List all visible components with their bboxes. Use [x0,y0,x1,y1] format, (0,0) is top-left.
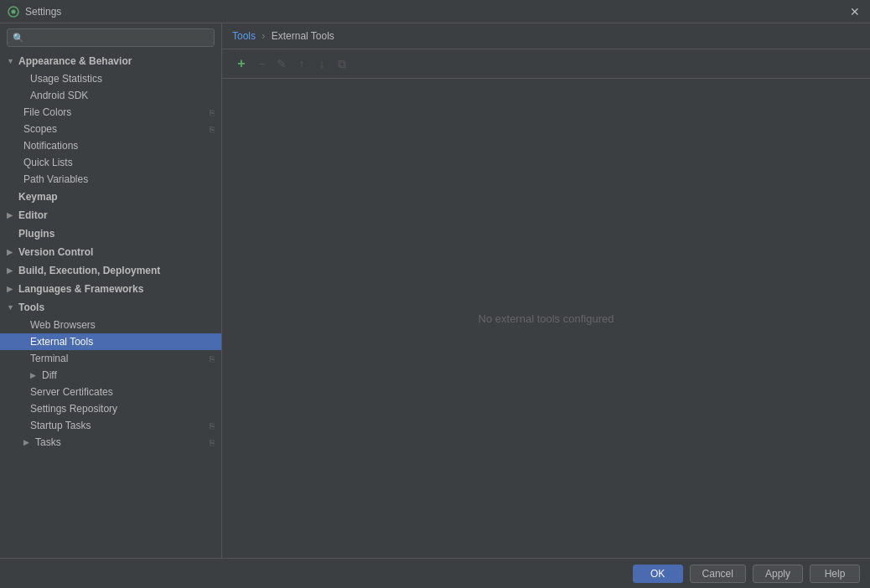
sidebar-item-path-variables[interactable]: Path Variables [0,171,221,188]
expand-arrow-diff [30,371,39,379]
sidebar-item-scopes[interactable]: Scopes ⎘ [0,121,221,137]
copy-tool-button[interactable]: ⧉ [333,54,351,73]
expand-arrow-tasks [23,438,32,446]
sidebar-item-settings-repository[interactable]: Settings Repository [0,400,221,417]
remove-tool-button[interactable]: − [252,54,271,73]
sidebar-item-quick-lists[interactable]: Quick Lists [0,154,221,171]
empty-message: No external tools configured [479,312,614,325]
sidebar-item-plugins[interactable]: Plugins [0,224,221,243]
sidebar-item-notifications[interactable]: Notifications [0,137,221,154]
search-box[interactable]: 🔍 [7,28,215,47]
sidebar-item-version-control[interactable]: Version Control [0,243,221,261]
sidebar-item-external-tools[interactable]: External Tools [0,333,221,350]
close-button[interactable]: ✕ [847,3,863,20]
sidebar-item-keymap[interactable]: Keymap [0,188,221,206]
sidebar-item-usage-statistics[interactable]: Usage Statistics [0,70,221,87]
sidebar-item-android-sdk[interactable]: Android SDK [0,87,221,104]
sidebar-item-server-certificates[interactable]: Server Certificates [0,384,221,400]
sidebar-item-languages[interactable]: Languages & Frameworks [0,280,221,298]
sidebar-item-tools[interactable]: Tools [0,298,221,317]
breadcrumb-current: External Tools [272,30,334,42]
sidebar-item-appearance-behavior[interactable]: Appearance & Behavior [0,52,221,70]
breadcrumb: Tools › External Tools [222,23,870,49]
sidebar-item-file-colors[interactable]: File Colors ⎘ [0,104,221,121]
sidebar-item-web-browsers[interactable]: Web Browsers [0,317,221,333]
expand-arrow-editor [7,211,15,219]
content-body: No external tools configured [222,79,870,558]
copy-icon-terminal: ⎘ [210,354,215,364]
move-down-button[interactable]: ↓ [313,54,331,73]
add-tool-button[interactable]: + [232,54,251,73]
sidebar: 🔍 Appearance & Behavior Usage Statistics… [0,23,222,558]
ok-button[interactable]: OK [633,565,683,583]
sidebar-item-diff[interactable]: Diff [0,367,221,384]
toolbar: + − ✎ ↑ ↓ ⧉ [222,49,870,79]
title-bar-left: Settings [7,5,61,18]
sidebar-item-build[interactable]: Build, Execution, Deployment [0,261,221,280]
expand-arrow-tools [7,303,15,312]
copy-icon-scopes: ⎘ [210,125,215,134]
sidebar-item-editor[interactable]: Editor [0,206,221,224]
edit-tool-button[interactable]: ✎ [272,54,291,73]
search-input[interactable] [28,32,209,44]
apply-button[interactable]: Apply [753,565,803,583]
sidebar-items: Appearance & Behavior Usage Statistics A… [0,52,221,558]
svg-point-1 [12,9,16,13]
main-layout: 🔍 Appearance & Behavior Usage Statistics… [0,23,870,558]
copy-icon-tasks: ⎘ [210,438,215,447]
sidebar-item-startup-tasks[interactable]: Startup Tasks ⎘ [0,417,221,434]
sidebar-item-tasks[interactable]: Tasks ⎘ [0,434,221,451]
settings-icon [7,5,20,18]
content-area: Tools › External Tools + − ✎ ↑ ↓ ⧉ No ex… [222,23,870,558]
copy-icon-startup: ⎘ [210,421,215,431]
help-button[interactable]: Help [810,565,860,583]
cancel-button[interactable]: Cancel [690,565,746,583]
search-icon: 🔍 [13,33,24,44]
expand-arrow-appearance [7,57,15,65]
window-title: Settings [25,6,61,18]
bottom-bar: OK Cancel Apply Help [0,558,870,588]
title-bar: Settings ✕ [0,0,870,23]
breadcrumb-separator: › [262,30,265,42]
expand-arrow-build [7,266,15,275]
copy-icon: ⎘ [210,108,215,117]
move-up-button[interactable]: ↑ [293,54,311,73]
breadcrumb-parent[interactable]: Tools [232,30,256,42]
sidebar-item-terminal[interactable]: Terminal ⎘ [0,350,221,367]
expand-arrow-lang [7,285,15,293]
expand-arrow-vc [7,248,15,256]
